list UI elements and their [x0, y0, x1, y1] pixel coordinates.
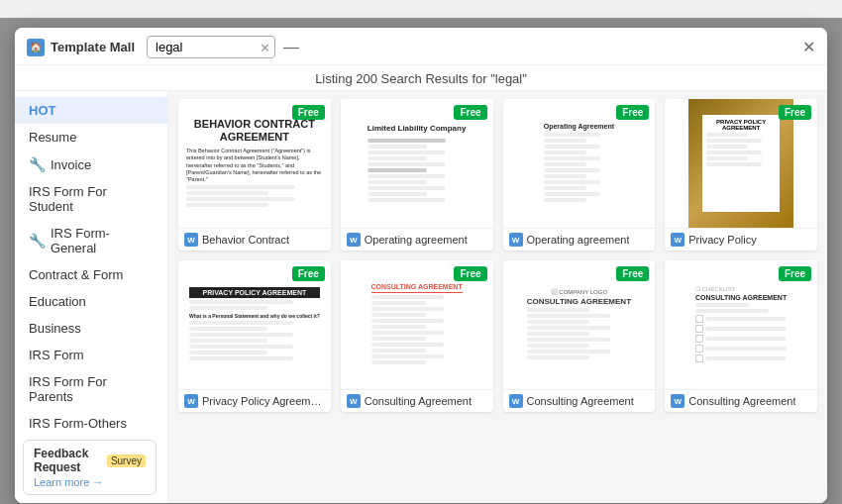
feedback-title: Feedback Request	[34, 447, 103, 474]
doc-preview-behavior: BEHAVIOR CONTRACT AGREEMENT This Behavio…	[178, 110, 331, 217]
doc-icon-3: W	[509, 233, 523, 247]
irs-student-label: IRS Form For Student	[29, 184, 154, 214]
contract-label: Contract & Form	[29, 267, 123, 282]
card-privacy-policy-2[interactable]: PRIVACY POLICY AGREEMENT What is a Perso…	[178, 260, 331, 412]
doc-icon-6: W	[347, 394, 361, 408]
card-label-2: Operating agreement	[365, 234, 468, 246]
doc-preview-irs: Operating Agreement	[538, 117, 620, 210]
doc-preview-privacy2: PRIVACY POLICY AGREEMENT What is a Perso…	[183, 281, 326, 368]
sidebar-item-business[interactable]: Business	[15, 315, 167, 342]
card-consulting-2[interactable]: ⬜ COMPANY LOGO CONSULTING AGREEMENT	[503, 260, 656, 412]
modal-minimize-button[interactable]: —	[283, 39, 299, 56]
card-label-6: Consulting Agreement	[365, 395, 472, 407]
search-input[interactable]	[147, 36, 275, 58]
card-behavior-contract[interactable]: BEHAVIOR CONTRACT AGREEMENT This Behavio…	[178, 99, 331, 251]
invoice-label: Invoice	[51, 157, 91, 172]
card-label-4: Privacy Policy	[688, 234, 756, 246]
card-label-3: Operating agreement	[527, 234, 630, 246]
free-badge-4: Free	[779, 105, 811, 120]
hot-label: HOT	[29, 103, 55, 118]
irs-general-label: IRS Form-General	[51, 226, 154, 255]
business-label: Business	[29, 321, 81, 336]
card-footer-8: W Consulting Agreement	[665, 389, 817, 412]
modal-header: 🏠 Template Mall ✕ — ✕	[15, 28, 827, 65]
card-label-8: Consulting Agreement	[688, 395, 795, 407]
feedback-box: Feedback Request Survey Learn more →	[23, 440, 157, 495]
card-footer-3: W Operating agreement	[503, 228, 656, 251]
modal-body: HOT Resume 🔧 Invoice IRS Form For Studen…	[15, 91, 827, 503]
content-area: BEHAVIOR CONTRACT AGREEMENT This Behavio…	[168, 91, 827, 503]
template-grid: BEHAVIOR CONTRACT AGREEMENT This Behavio…	[178, 99, 817, 412]
card-preview-1: BEHAVIOR CONTRACT AGREEMENT This Behavio…	[178, 99, 331, 228]
modal-title: Template Mall	[51, 40, 135, 54]
modal-title-area: 🏠 Template Mall	[27, 39, 135, 56]
card-footer-6: W Consulting Agreement	[341, 389, 493, 412]
doc-preview-privacy: PRIVACY POLICY AGREEMENT	[688, 99, 793, 228]
education-label: Education	[29, 294, 86, 309]
modal-overlay: 🏠 Template Mall ✕ — ✕ Listing 200 Search…	[0, 18, 842, 504]
results-title: Listing 200 Search Results for "legal"	[15, 65, 827, 91]
invoice-icon: 🔧	[29, 156, 45, 172]
search-box: ✕	[147, 36, 275, 58]
card-label-7: Consulting Agreement	[527, 395, 634, 407]
sidebar-item-contract[interactable]: Contract & Form	[15, 261, 167, 288]
free-badge-7: Free	[616, 266, 649, 281]
card-footer-1: W Behavior Contract	[178, 228, 331, 251]
card-footer-5: W Privacy Policy Agreement	[178, 389, 331, 412]
sidebar: HOT Resume 🔧 Invoice IRS Form For Studen…	[15, 91, 168, 503]
resume-label: Resume	[29, 130, 76, 145]
free-badge-1: Free	[292, 105, 325, 120]
sidebar-item-irs-form[interactable]: IRS Form	[15, 342, 167, 368]
doc-icon-2: W	[347, 233, 361, 247]
template-mall-icon: 🏠	[27, 39, 45, 56]
doc-preview-llc: Limited Liability Company	[362, 117, 473, 209]
sidebar-item-irs-student[interactable]: IRS Form For Student	[15, 178, 167, 220]
sidebar-item-resume[interactable]: Resume	[15, 124, 167, 151]
irs-form-label: IRS Form	[29, 348, 84, 362]
doc-icon-5: W	[184, 394, 198, 408]
free-badge-2: Free	[454, 105, 486, 120]
card-label-1: Behavior Contract	[202, 234, 289, 246]
card-footer-4: W Privacy Policy	[665, 228, 817, 251]
doc-icon-4: W	[671, 233, 684, 247]
doc-icon-1: W	[184, 233, 198, 247]
doc-icon-7: W	[509, 394, 523, 408]
doc-privacy-inner: PRIVACY POLICY AGREEMENT	[702, 115, 780, 212]
sidebar-item-education[interactable]: Education	[15, 288, 167, 315]
sidebar-item-invoice[interactable]: 🔧 Invoice	[15, 151, 167, 178]
card-operating-2[interactable]: Operating Agreement	[503, 99, 656, 251]
search-clear-button[interactable]: ✕	[260, 40, 270, 54]
doc-icon-8: W	[671, 394, 684, 408]
card-preview-7: ⬜ COMPANY LOGO CONSULTING AGREEMENT	[503, 260, 656, 389]
card-consulting-1[interactable]: CONSULTING AGREEMENT	[341, 260, 493, 412]
sidebar-item-irs-parents[interactable]: IRS Form For Parents	[15, 368, 167, 410]
card-preview-5: PRIVACY POLICY AGREEMENT What is a Perso…	[178, 260, 331, 389]
sidebar-item-hot[interactable]: HOT	[15, 97, 167, 124]
card-footer-2: W Operating agreement	[341, 228, 493, 251]
free-badge-3: Free	[616, 105, 649, 120]
free-badge-5: Free	[292, 266, 325, 281]
sidebar-item-irs-others[interactable]: IRS Form-Others	[15, 410, 167, 437]
doc-preview-consulting2: ⬜ COMPANY LOGO CONSULTING AGREEMENT	[521, 282, 637, 367]
card-preview-3: Operating Agreement	[503, 99, 656, 228]
irs-others-label: IRS Form-Others	[29, 416, 127, 431]
sidebar-item-irs-general[interactable]: 🔧 IRS Form-General	[15, 220, 167, 261]
card-label-5: Privacy Policy Agreement	[202, 395, 325, 407]
free-badge-6: Free	[454, 266, 486, 281]
card-footer-7: W Consulting Agreement	[503, 389, 656, 412]
irs-parents-label: IRS Form For Parents	[29, 374, 154, 404]
feedback-link[interactable]: Learn more →	[34, 476, 146, 488]
doc-preview-consulting3: ☐ CHECKLIST CONSULTING AGREEMENT	[689, 279, 792, 370]
card-preview-4: PRIVACY POLICY AGREEMENT Free	[665, 99, 817, 228]
irs-general-icon: 🔧	[29, 233, 45, 249]
modal-close-button[interactable]: ✕	[802, 38, 815, 56]
card-privacy-policy[interactable]: PRIVACY POLICY AGREEMENT Free	[665, 99, 817, 251]
card-preview-2: Limited Liability Company	[341, 99, 493, 228]
card-operating-1[interactable]: Limited Liability Company	[341, 99, 493, 251]
feedback-survey-badge: Survey	[107, 454, 146, 467]
card-preview-6: CONSULTING AGREEMENT	[341, 260, 493, 389]
modal-window: 🏠 Template Mall ✕ — ✕ Listing 200 Search…	[15, 28, 827, 503]
free-badge-8: Free	[779, 266, 811, 281]
doc-preview-consulting: CONSULTING AGREEMENT	[366, 277, 469, 372]
card-consulting-3[interactable]: ☐ CHECKLIST CONSULTING AGREEMENT	[665, 260, 817, 412]
